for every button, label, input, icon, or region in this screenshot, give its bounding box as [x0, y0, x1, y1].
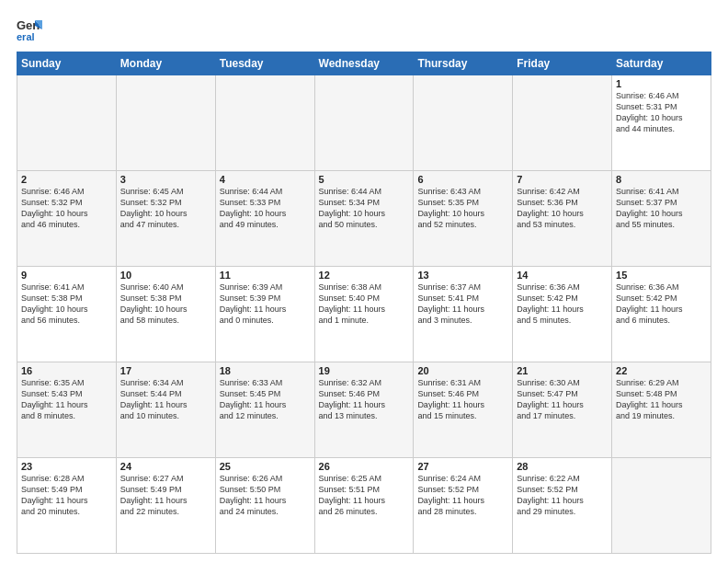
day-number: 3: [120, 174, 211, 185]
day-number: 2: [21, 174, 112, 185]
day-info: Sunrise: 6:33 AM Sunset: 5:45 PM Dayligh…: [220, 377, 311, 422]
day-info: Sunrise: 6:38 AM Sunset: 5:40 PM Dayligh…: [319, 282, 410, 327]
day-info: Sunrise: 6:32 AM Sunset: 5:46 PM Dayligh…: [319, 377, 410, 422]
calendar-day-cell: 7Sunrise: 6:42 AM Sunset: 5:36 PM Daylig…: [513, 171, 612, 267]
day-info: Sunrise: 6:39 AM Sunset: 5:39 PM Dayligh…: [220, 282, 311, 327]
day-info: Sunrise: 6:35 AM Sunset: 5:43 PM Dayligh…: [21, 377, 112, 422]
calendar-week-row: 9Sunrise: 6:41 AM Sunset: 5:38 PM Daylig…: [17, 267, 711, 362]
day-number: 4: [220, 174, 311, 185]
day-info: Sunrise: 6:42 AM Sunset: 5:36 PM Dayligh…: [517, 186, 608, 231]
calendar-week-row: 2Sunrise: 6:46 AM Sunset: 5:32 PM Daylig…: [17, 171, 711, 267]
day-info: Sunrise: 6:26 AM Sunset: 5:50 PM Dayligh…: [220, 473, 311, 518]
day-info: Sunrise: 6:41 AM Sunset: 5:37 PM Dayligh…: [616, 186, 707, 231]
svg-text:eral: eral: [17, 31, 35, 42]
page: Gen eral SundayMondayTuesdayWednesdayThu…: [0, 0, 728, 563]
calendar-day-cell: 21Sunrise: 6:30 AM Sunset: 5:47 PM Dayli…: [513, 362, 612, 458]
calendar-day-cell: 26Sunrise: 6:25 AM Sunset: 5:51 PM Dayli…: [314, 458, 414, 554]
day-info: Sunrise: 6:36 AM Sunset: 5:42 PM Dayligh…: [616, 282, 707, 327]
day-number: 14: [517, 270, 608, 281]
calendar-day-cell: 24Sunrise: 6:27 AM Sunset: 5:49 PM Dayli…: [116, 458, 215, 554]
calendar-day-cell: 5Sunrise: 6:44 AM Sunset: 5:34 PM Daylig…: [314, 171, 414, 267]
day-number: 24: [120, 461, 211, 472]
calendar-empty-cell: [414, 75, 513, 171]
day-number: 8: [616, 174, 707, 185]
calendar-day-cell: 20Sunrise: 6:31 AM Sunset: 5:46 PM Dayli…: [414, 362, 513, 458]
day-number: 27: [417, 461, 508, 472]
calendar-day-cell: 9Sunrise: 6:41 AM Sunset: 5:38 PM Daylig…: [17, 267, 117, 362]
calendar-day-cell: 17Sunrise: 6:34 AM Sunset: 5:44 PM Dayli…: [116, 362, 215, 458]
day-number: 23: [21, 461, 112, 472]
day-number: 15: [616, 270, 707, 281]
day-info: Sunrise: 6:28 AM Sunset: 5:49 PM Dayligh…: [21, 473, 112, 518]
calendar-empty-cell: [513, 75, 612, 171]
calendar-day-cell: 25Sunrise: 6:26 AM Sunset: 5:50 PM Dayli…: [215, 458, 314, 554]
day-info: Sunrise: 6:27 AM Sunset: 5:49 PM Dayligh…: [120, 473, 211, 518]
day-info: Sunrise: 6:46 AM Sunset: 5:32 PM Dayligh…: [21, 186, 112, 231]
calendar-week-row: 16Sunrise: 6:35 AM Sunset: 5:43 PM Dayli…: [17, 362, 711, 458]
logo-icon: Gen eral: [17, 17, 42, 42]
weekday-header: Wednesday: [314, 52, 414, 75]
day-info: Sunrise: 6:29 AM Sunset: 5:48 PM Dayligh…: [616, 377, 707, 422]
calendar-empty-cell: [17, 75, 117, 171]
calendar-day-cell: 23Sunrise: 6:28 AM Sunset: 5:49 PM Dayli…: [17, 458, 117, 554]
calendar-day-cell: 3Sunrise: 6:45 AM Sunset: 5:32 PM Daylig…: [116, 171, 215, 267]
day-number: 5: [319, 174, 410, 185]
day-number: 12: [319, 270, 410, 281]
day-number: 26: [319, 461, 410, 472]
day-info: Sunrise: 6:41 AM Sunset: 5:38 PM Dayligh…: [21, 282, 112, 327]
day-number: 20: [417, 365, 508, 376]
calendar-day-cell: 11Sunrise: 6:39 AM Sunset: 5:39 PM Dayli…: [215, 267, 314, 362]
day-info: Sunrise: 6:40 AM Sunset: 5:38 PM Dayligh…: [120, 282, 211, 327]
header: Gen eral: [17, 17, 711, 42]
day-info: Sunrise: 6:44 AM Sunset: 5:33 PM Dayligh…: [220, 186, 311, 231]
day-info: Sunrise: 6:45 AM Sunset: 5:32 PM Dayligh…: [120, 186, 211, 231]
day-info: Sunrise: 6:30 AM Sunset: 5:47 PM Dayligh…: [517, 377, 608, 422]
calendar-empty-cell: [314, 75, 414, 171]
calendar-day-cell: 6Sunrise: 6:43 AM Sunset: 5:35 PM Daylig…: [414, 171, 513, 267]
calendar-day-cell: 27Sunrise: 6:24 AM Sunset: 5:52 PM Dayli…: [414, 458, 513, 554]
calendar-day-cell: 13Sunrise: 6:37 AM Sunset: 5:41 PM Dayli…: [414, 267, 513, 362]
calendar-day-cell: 22Sunrise: 6:29 AM Sunset: 5:48 PM Dayli…: [612, 362, 711, 458]
calendar-header-row: SundayMondayTuesdayWednesdayThursdayFrid…: [17, 52, 711, 75]
day-number: 13: [417, 270, 508, 281]
calendar-day-cell: 4Sunrise: 6:44 AM Sunset: 5:33 PM Daylig…: [215, 171, 314, 267]
day-number: 17: [120, 365, 211, 376]
day-info: Sunrise: 6:25 AM Sunset: 5:51 PM Dayligh…: [319, 473, 410, 518]
calendar-day-cell: 16Sunrise: 6:35 AM Sunset: 5:43 PM Dayli…: [17, 362, 117, 458]
day-number: 21: [517, 365, 608, 376]
day-number: 7: [517, 174, 608, 185]
calendar-day-cell: 28Sunrise: 6:22 AM Sunset: 5:52 PM Dayli…: [513, 458, 612, 554]
day-number: 10: [120, 270, 211, 281]
day-info: Sunrise: 6:43 AM Sunset: 5:35 PM Dayligh…: [417, 186, 508, 231]
calendar-table: SundayMondayTuesdayWednesdayThursdayFrid…: [17, 52, 711, 554]
day-info: Sunrise: 6:46 AM Sunset: 5:31 PM Dayligh…: [616, 90, 707, 135]
day-number: 6: [417, 174, 508, 185]
calendar-empty-cell: [116, 75, 215, 171]
weekday-header: Thursday: [414, 52, 513, 75]
day-number: 28: [517, 461, 608, 472]
day-number: 9: [21, 270, 112, 281]
calendar-day-cell: 2Sunrise: 6:46 AM Sunset: 5:32 PM Daylig…: [17, 171, 117, 267]
weekday-header: Sunday: [17, 52, 117, 75]
day-number: 1: [616, 78, 707, 89]
day-number: 16: [21, 365, 112, 376]
day-info: Sunrise: 6:31 AM Sunset: 5:46 PM Dayligh…: [417, 377, 508, 422]
day-info: Sunrise: 6:34 AM Sunset: 5:44 PM Dayligh…: [120, 377, 211, 422]
calendar-week-row: 1Sunrise: 6:46 AM Sunset: 5:31 PM Daylig…: [17, 75, 711, 171]
weekday-header: Saturday: [612, 52, 711, 75]
day-info: Sunrise: 6:36 AM Sunset: 5:42 PM Dayligh…: [517, 282, 608, 327]
day-info: Sunrise: 6:37 AM Sunset: 5:41 PM Dayligh…: [417, 282, 508, 327]
calendar-day-cell: 12Sunrise: 6:38 AM Sunset: 5:40 PM Dayli…: [314, 267, 414, 362]
calendar-empty-cell: [215, 75, 314, 171]
day-number: 22: [616, 365, 707, 376]
calendar-day-cell: 14Sunrise: 6:36 AM Sunset: 5:42 PM Dayli…: [513, 267, 612, 362]
calendar-day-cell: 19Sunrise: 6:32 AM Sunset: 5:46 PM Dayli…: [314, 362, 414, 458]
weekday-header: Friday: [513, 52, 612, 75]
calendar-week-row: 23Sunrise: 6:28 AM Sunset: 5:49 PM Dayli…: [17, 458, 711, 554]
calendar-day-cell: 10Sunrise: 6:40 AM Sunset: 5:38 PM Dayli…: [116, 267, 215, 362]
calendar-day-cell: 18Sunrise: 6:33 AM Sunset: 5:45 PM Dayli…: [215, 362, 314, 458]
logo: Gen eral: [17, 17, 46, 42]
day-number: 11: [220, 270, 311, 281]
day-number: 19: [319, 365, 410, 376]
day-number: 25: [220, 461, 311, 472]
